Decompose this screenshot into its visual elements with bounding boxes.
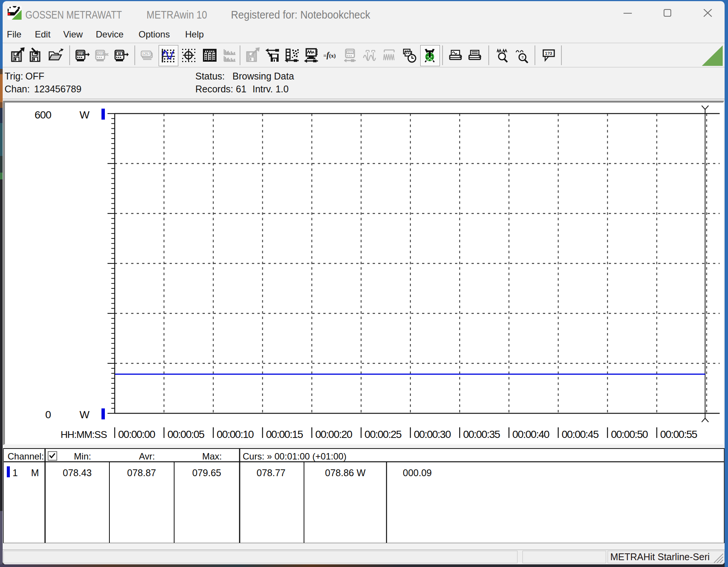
- svg-text:321: 321: [97, 52, 103, 56]
- svg-text:00:00:10: 00:00:10: [217, 428, 254, 440]
- svg-text:1?3: 1?3: [545, 51, 552, 56]
- svg-text:00:00:05: 00:00:05: [167, 428, 204, 440]
- svg-text:M: M: [31, 467, 39, 478]
- svg-text:=f(x): =f(x): [323, 51, 336, 59]
- svg-text:1257: 1257: [142, 52, 151, 56]
- svg-text:Curs: » 00:01:00 (+01:00): Curs: » 00:01:00 (+01:00): [243, 451, 346, 461]
- svg-text:M: M: [118, 52, 121, 56]
- svg-text:000.09: 000.09: [403, 467, 432, 478]
- svg-text:00:00:35: 00:00:35: [463, 428, 500, 440]
- svg-text:078.77: 078.77: [257, 467, 285, 478]
- svg-text:Avr:: Avr:: [139, 451, 155, 461]
- svg-text:00:00:25: 00:00:25: [365, 428, 402, 440]
- svg-text:00:00:45: 00:00:45: [562, 428, 599, 440]
- svg-text:Max:: Max:: [202, 451, 222, 461]
- svg-text:W: W: [80, 109, 90, 121]
- svg-text:00:00:00: 00:00:00: [118, 428, 155, 440]
- svg-text:078.87: 078.87: [127, 467, 156, 478]
- svg-text:078.43: 078.43: [63, 467, 92, 478]
- svg-text:Channel:: Channel:: [8, 451, 44, 461]
- svg-text:00:00:50: 00:00:50: [611, 428, 648, 440]
- svg-text:00:00:55: 00:00:55: [660, 428, 697, 440]
- svg-text:HH:MM:SS: HH:MM:SS: [61, 429, 107, 440]
- svg-text:W: W: [80, 409, 90, 421]
- svg-text:00:00:40: 00:00:40: [512, 428, 549, 440]
- svg-text:00:00:30: 00:00:30: [414, 428, 451, 440]
- svg-text:321: 321: [78, 52, 83, 56]
- svg-text:079.65: 079.65: [192, 467, 221, 478]
- svg-text:0: 0: [45, 409, 51, 421]
- svg-text:600: 600: [34, 109, 51, 121]
- svg-text:1: 1: [12, 467, 18, 478]
- svg-text:00:00:20: 00:00:20: [315, 428, 352, 440]
- svg-text:078.86 W: 078.86 W: [325, 467, 365, 478]
- svg-text:00:00:15: 00:00:15: [266, 428, 303, 440]
- svg-text:321: 321: [348, 51, 353, 54]
- svg-text:Min:: Min:: [74, 451, 91, 461]
